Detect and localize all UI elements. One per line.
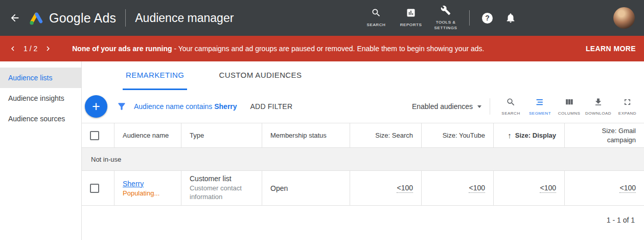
col-audience-name[interactable]: Audience name bbox=[114, 123, 181, 147]
size-youtube-value: <100 bbox=[469, 184, 485, 193]
pagination-label: 1 - 1 of 1 bbox=[607, 216, 635, 239]
banner-pager: 1 / 2 bbox=[24, 45, 37, 53]
back-arrow-icon[interactable] bbox=[9, 12, 20, 24]
toolbar-divider bbox=[490, 98, 490, 115]
chevron-down-icon bbox=[477, 105, 481, 108]
group-row-not-in-use: Not in-use bbox=[82, 148, 644, 171]
nav-reports-label: REPORTS bbox=[396, 23, 426, 28]
audience-name-link[interactable]: Sherry bbox=[123, 180, 144, 188]
tool-label: DOWNLOAD bbox=[585, 111, 611, 116]
download-tool-button[interactable]: DOWNLOAD bbox=[584, 97, 613, 116]
column-label: Size: Search bbox=[375, 132, 413, 139]
sidebar: Audience lists Audience insights Audienc… bbox=[0, 61, 82, 240]
col-size-display[interactable]: ↑ Size: Display bbox=[494, 123, 565, 147]
search-tool-button[interactable]: SEARCH bbox=[496, 97, 525, 116]
column-label: Type bbox=[190, 132, 204, 139]
banner-prev-icon[interactable] bbox=[8, 44, 17, 53]
col-size-youtube[interactable]: Size: YouTube bbox=[422, 123, 494, 147]
sidebar-item-audience-insights[interactable]: Audience insights bbox=[0, 88, 81, 108]
filter-prefix: Audience name contains bbox=[134, 102, 212, 111]
topbar-divider-2 bbox=[469, 10, 470, 26]
table-footer: 1 - 1 of 1 bbox=[82, 206, 644, 239]
add-filter-button[interactable]: ADD FILTER bbox=[250, 102, 293, 111]
size-search-cell: <100 bbox=[350, 171, 422, 205]
table-row: Sherry Populating... Customer list Custo… bbox=[82, 171, 644, 206]
column-label: Audience name bbox=[123, 132, 169, 139]
audience-name-cell: Sherry Populating... bbox=[114, 171, 181, 205]
active-filter-chip[interactable]: Audience name contains Sherry bbox=[134, 102, 237, 111]
banner-message-rest: - Your campaigns and ad groups are pause… bbox=[172, 45, 485, 53]
col-membership-status[interactable]: Membership status bbox=[262, 123, 350, 147]
col-type[interactable]: Type bbox=[181, 123, 262, 147]
help-icon[interactable]: ? bbox=[482, 13, 493, 24]
populating-status: Populating... bbox=[123, 189, 159, 197]
topbar: Google Ads Audience manager SEARCH REPOR… bbox=[0, 0, 644, 36]
enabled-audiences-dropdown[interactable]: Enabled audiences bbox=[412, 102, 481, 111]
plus-icon: + bbox=[92, 99, 100, 115]
tab-label: REMARKETING bbox=[126, 71, 184, 79]
tool-label: SEARCH bbox=[501, 111, 520, 116]
segment-tool-button[interactable]: SEGMENT bbox=[525, 97, 555, 116]
search-icon bbox=[371, 8, 381, 20]
membership-status-cell: Open bbox=[262, 171, 350, 205]
size-gmail-value: <100 bbox=[619, 184, 636, 193]
row-checkbox[interactable] bbox=[90, 184, 99, 193]
page-title: Audience manager bbox=[135, 11, 234, 25]
bar-chart-icon bbox=[406, 8, 416, 20]
wrench-icon bbox=[441, 5, 451, 17]
notification-banner: 1 / 2 None of your ads are running - You… bbox=[0, 36, 644, 61]
sidebar-item-audience-sources[interactable]: Audience sources bbox=[0, 108, 81, 129]
sidebar-item-audience-lists[interactable]: Audience lists bbox=[0, 68, 81, 88]
nav-search-label: SEARCH bbox=[361, 23, 391, 28]
banner-message-bold: None of your ads are running bbox=[72, 45, 172, 53]
dropdown-label: Enabled audiences bbox=[412, 102, 473, 111]
search-icon bbox=[506, 97, 516, 109]
main-content: REMARKETING CUSTOM AUDIENCES + Audience … bbox=[82, 61, 644, 240]
learn-more-button[interactable]: LEARN MORE bbox=[586, 45, 636, 53]
sidebar-item-label: Audience sources bbox=[8, 115, 65, 123]
notifications-bell-icon[interactable] bbox=[505, 12, 516, 24]
type-detail: Customer contact information bbox=[190, 184, 254, 202]
table-header-row: Audience name Type Membership status Siz… bbox=[82, 123, 644, 148]
col-size-gmail-campaign[interactable]: Size: Gmail campaign bbox=[565, 123, 644, 147]
nav-tools-settings-label: TOOLS & SETTINGS bbox=[431, 20, 461, 31]
tool-label: EXPAND bbox=[618, 111, 636, 116]
columns-tool-button[interactable]: COLUMNS bbox=[555, 97, 584, 116]
segment-icon bbox=[535, 97, 545, 109]
col-size-search[interactable]: Size: Search bbox=[350, 123, 422, 147]
banner-message: None of your ads are running - Your camp… bbox=[72, 45, 484, 53]
membership-status-value: Open bbox=[270, 184, 288, 192]
size-display-value: <100 bbox=[540, 184, 556, 193]
sidebar-item-label: Audience insights bbox=[8, 94, 64, 102]
add-audience-button[interactable]: + bbox=[85, 95, 107, 118]
brand-name: Google Ads bbox=[49, 11, 116, 26]
size-search-value: <100 bbox=[397, 184, 413, 193]
sort-ascending-icon: ↑ bbox=[508, 131, 512, 140]
tool-label: SEGMENT bbox=[529, 111, 551, 116]
select-all-checkbox[interactable] bbox=[90, 131, 99, 140]
topbar-divider bbox=[125, 9, 126, 27]
nav-reports[interactable]: REPORTS bbox=[396, 8, 426, 28]
column-label: Size: YouTube bbox=[443, 132, 485, 139]
column-label: Membership status bbox=[270, 132, 327, 139]
toolbar: + Audience name contains Sherry ADD FILT… bbox=[82, 90, 644, 123]
type-cell: Customer list Customer contact informati… bbox=[181, 171, 262, 205]
filter-value: Sherry bbox=[214, 102, 237, 111]
filter-funnel-icon[interactable] bbox=[117, 101, 127, 112]
tab-bar: REMARKETING CUSTOM AUDIENCES bbox=[82, 61, 644, 90]
download-icon bbox=[593, 97, 603, 109]
size-gmail-cell: <100 bbox=[565, 171, 644, 205]
tab-label: CUSTOM AUDIENCES bbox=[219, 71, 302, 79]
nav-search[interactable]: SEARCH bbox=[361, 8, 391, 28]
tab-remarketing[interactable]: REMARKETING bbox=[123, 61, 187, 90]
column-label: Size: Gmail campaign bbox=[588, 126, 636, 144]
size-display-cell: <100 bbox=[494, 171, 565, 205]
banner-next-icon[interactable] bbox=[43, 44, 53, 53]
size-youtube-cell: <100 bbox=[422, 171, 494, 205]
group-label: Not in-use bbox=[91, 156, 121, 163]
nav-tools-settings[interactable]: TOOLS & SETTINGS bbox=[431, 5, 461, 31]
columns-icon bbox=[564, 97, 574, 109]
expand-tool-button[interactable]: EXPAND bbox=[613, 97, 642, 116]
tab-custom-audiences[interactable]: CUSTOM AUDIENCES bbox=[216, 61, 305, 90]
avatar[interactable] bbox=[613, 7, 635, 29]
